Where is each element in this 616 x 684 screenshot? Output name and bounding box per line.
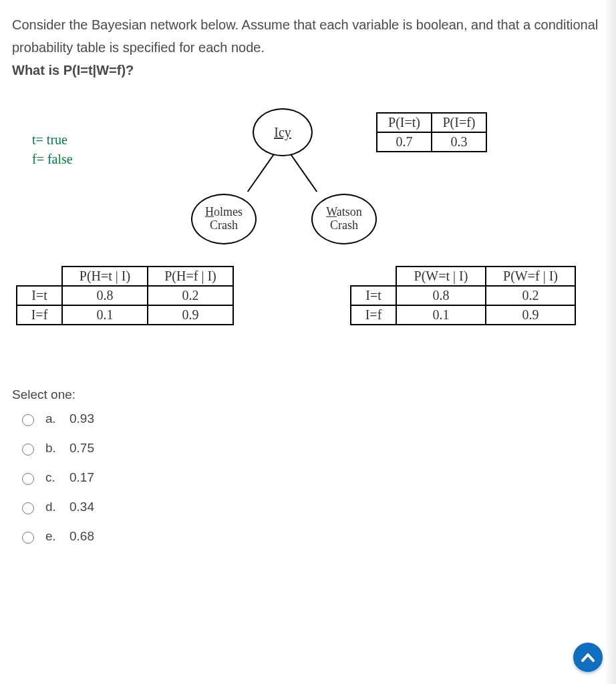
opt-letter: d. <box>45 500 60 514</box>
prior-v1: 0.7 <box>377 132 432 152</box>
prior-v2: 0.3 <box>432 132 486 152</box>
prior-table-i: P(I=t) P(I=f) 0.7 0.3 <box>376 112 487 152</box>
cpt-w-r1c1: 0.8 <box>396 286 486 305</box>
cpt-h-r1c1: 0.8 <box>62 286 148 305</box>
radio-b[interactable] <box>22 444 34 456</box>
blank-cell <box>351 267 396 286</box>
node-holmes-crash: Holmes Crash <box>191 194 257 244</box>
prior-h2: P(I=f) <box>432 113 486 132</box>
edge-i-to-h <box>247 152 276 192</box>
opt-text: 0.68 <box>69 529 94 544</box>
radio-e[interactable] <box>22 532 34 544</box>
bayes-diagram: t= true f= false Icy Holmes Crash Watson… <box>12 100 607 334</box>
node-watson-crash: Watson Crash <box>311 194 377 244</box>
option-c[interactable]: c. 0.17 <box>19 470 604 485</box>
opt-text: 0.17 <box>69 470 94 485</box>
legend: t= true f= false <box>32 132 73 171</box>
cpt-w-r2c2: 0.9 <box>486 305 575 325</box>
prior-h1: P(I=t) <box>377 113 432 132</box>
cpt-h-r1c0: I=t <box>17 286 62 305</box>
cpt-w-col1: P(W=t | I) <box>396 267 486 286</box>
option-b[interactable]: b. 0.75 <box>19 441 604 456</box>
opt-text: 0.75 <box>69 441 94 456</box>
opt-letter: c. <box>45 470 60 485</box>
chevron-up-icon <box>581 653 595 662</box>
cpt-w-r2c0: I=f <box>351 305 396 325</box>
node-icy: Icy <box>253 108 313 156</box>
scrollbar-track[interactable] <box>607 0 616 684</box>
cpt-watson: P(W=t | I) P(W=f | I) I=t 0.8 0.2 I=f 0.… <box>350 266 576 325</box>
legend-false: f= false <box>32 152 73 167</box>
opt-letter: a. <box>45 411 60 426</box>
answers-label: Select one: <box>12 387 604 402</box>
cpt-w-r1c0: I=t <box>351 286 396 305</box>
cpt-h-col1: P(H=t | I) <box>62 267 148 286</box>
opt-text: 0.34 <box>69 500 94 514</box>
radio-a[interactable] <box>22 414 34 426</box>
answer-block: Select one: a. 0.93 b. 0.75 c. 0.17 d. 0… <box>12 387 604 544</box>
blank-cell <box>17 267 62 286</box>
option-e[interactable]: e. 0.68 <box>19 529 604 544</box>
cpt-h-r2c0: I=f <box>17 305 62 325</box>
cpt-w-r1c2: 0.2 <box>486 286 575 305</box>
cpt-w-r2c1: 0.1 <box>396 305 486 325</box>
radio-d[interactable] <box>22 502 34 514</box>
question-prompt: What is P(I=t|W=f)? <box>12 63 134 77</box>
question-text: Consider the Bayesian network below. Ass… <box>12 13 604 81</box>
opt-text: 0.93 <box>69 411 94 426</box>
option-a[interactable]: a. 0.93 <box>19 411 604 426</box>
cpt-h-r2c2: 0.9 <box>148 305 233 325</box>
cpt-h-col2: P(H=f | I) <box>148 267 233 286</box>
question-intro: Consider the Bayesian network below. Ass… <box>12 17 598 55</box>
cpt-h-r1c2: 0.2 <box>148 286 233 305</box>
legend-true: t= true <box>32 132 73 148</box>
option-d[interactable]: d. 0.34 <box>19 500 604 514</box>
cpt-holmes: P(H=t | I) P(H=f | I) I=t 0.8 0.2 I=f 0.… <box>16 266 234 325</box>
opt-letter: b. <box>45 441 60 456</box>
opt-letter: e. <box>45 529 60 544</box>
cpt-w-col2: P(W=f | I) <box>486 267 575 286</box>
cpt-h-r2c1: 0.1 <box>62 305 148 325</box>
radio-c[interactable] <box>22 473 34 485</box>
edge-i-to-w <box>289 152 317 192</box>
scroll-to-top-button[interactable] <box>573 643 603 672</box>
